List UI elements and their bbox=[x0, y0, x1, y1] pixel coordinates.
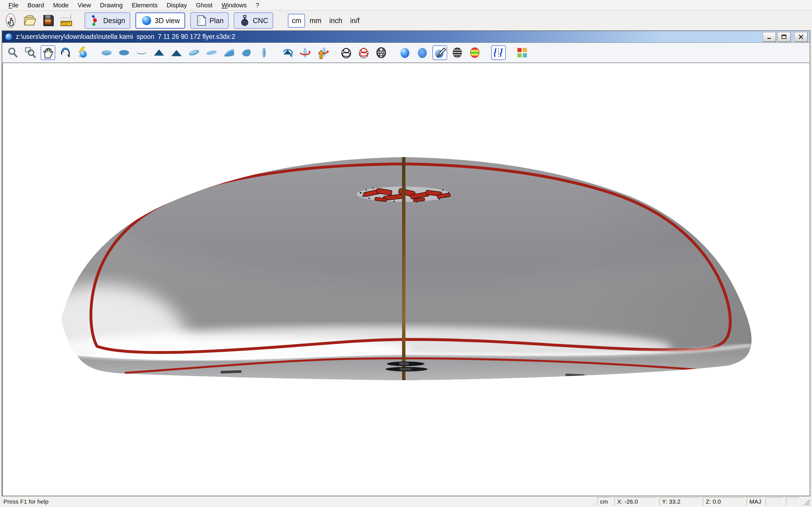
rotate-lift-icon bbox=[316, 46, 329, 59]
rotate-view-button[interactable] bbox=[58, 45, 73, 60]
view-tilted-top-button[interactable] bbox=[187, 45, 201, 60]
document-window: z:\users\dennery\downloads\nutella kami … bbox=[2, 31, 810, 496]
sphere-shiny-icon bbox=[398, 46, 411, 59]
flip-board-button[interactable] bbox=[280, 45, 295, 60]
plan-label: Plan bbox=[209, 17, 223, 25]
rotate-long-axis-button[interactable] bbox=[298, 45, 312, 60]
view-end-button[interactable] bbox=[257, 45, 271, 60]
view-rocker-button[interactable] bbox=[134, 45, 149, 60]
rotate-long-axis-icon bbox=[299, 46, 312, 59]
maximize-button[interactable] bbox=[777, 32, 791, 42]
open-file-button[interactable] bbox=[21, 12, 38, 29]
menu-board[interactable]: Board bbox=[23, 1, 49, 10]
svg-text:1 0: 1 0 bbox=[63, 22, 67, 25]
view-quarter-round-button[interactable] bbox=[239, 45, 254, 60]
stripes-button[interactable] bbox=[450, 45, 465, 60]
status-unit: cm bbox=[597, 497, 612, 506]
plan-button[interactable]: Plan bbox=[190, 12, 229, 29]
unit-mm[interactable]: mm bbox=[306, 14, 325, 27]
save-icon bbox=[41, 13, 56, 28]
status-x-coordinate: X: -26.0 bbox=[614, 497, 657, 506]
view-top-button[interactable] bbox=[99, 45, 114, 60]
status-shift-indicator: MAJ bbox=[747, 497, 763, 506]
wireframe-button[interactable] bbox=[339, 45, 354, 60]
view-section-front-button[interactable] bbox=[152, 45, 166, 60]
dimensions-button[interactable]: 1 0 bbox=[59, 12, 75, 29]
close-button[interactable] bbox=[795, 32, 808, 42]
view-section-back-button[interactable] bbox=[169, 45, 184, 60]
zoom-button[interactable] bbox=[6, 45, 20, 60]
cnc-button[interactable]: CNC bbox=[234, 12, 273, 29]
menu-file[interactable]: File bbox=[4, 1, 23, 10]
open-folder-icon bbox=[22, 13, 37, 28]
view-tilted-bottom-button[interactable] bbox=[204, 45, 219, 60]
shaded-button[interactable] bbox=[398, 45, 412, 60]
board-rocker-view-icon bbox=[135, 46, 148, 59]
mesh-button[interactable] bbox=[374, 45, 389, 60]
zoom-window-button[interactable] bbox=[23, 45, 38, 60]
cnc-label: CNC bbox=[253, 17, 268, 25]
board-bottom-view-icon bbox=[117, 46, 131, 59]
palette-button[interactable] bbox=[515, 45, 529, 60]
minimize-button[interactable] bbox=[763, 32, 776, 42]
curvature-ss-icon bbox=[492, 46, 505, 59]
wireframe-red-button[interactable] bbox=[356, 45, 371, 60]
3d-view-label: 3D view bbox=[155, 17, 180, 25]
unit-cm[interactable]: cm bbox=[288, 14, 305, 27]
menu-ghost[interactable]: Ghost bbox=[192, 1, 217, 10]
menu-view[interactable]: View bbox=[73, 1, 95, 10]
texture-paint-button[interactable] bbox=[433, 45, 447, 60]
board-top-view-icon bbox=[100, 46, 113, 59]
flip-board-icon bbox=[281, 46, 294, 59]
board-tilted-bottom-icon bbox=[205, 46, 218, 59]
cnc-mill-icon bbox=[239, 14, 251, 27]
status-y-coordinate: Y: 33.2 bbox=[659, 497, 700, 506]
menu-elements[interactable]: Elements bbox=[127, 1, 162, 10]
status-bar: Press F1 for help cm X: -26.0 Y: 33.2 Z:… bbox=[0, 496, 812, 507]
unit-inf[interactable]: in/f bbox=[347, 14, 363, 27]
wireframe-sphere-icon bbox=[340, 46, 353, 59]
document-titlebar[interactable]: z:\users\dennery\downloads\nutella kami … bbox=[2, 31, 810, 43]
menu-mode[interactable]: Mode bbox=[49, 1, 73, 10]
status-z-coordinate: Z: 0.0 bbox=[703, 497, 744, 506]
menu-drawing[interactable]: Drawing bbox=[96, 1, 128, 10]
pan-button[interactable] bbox=[41, 45, 55, 60]
resize-grip[interactable] bbox=[802, 497, 810, 506]
render-button[interactable] bbox=[75, 45, 90, 60]
shaded-flat-button[interactable] bbox=[415, 45, 430, 60]
view-bottom-button[interactable] bbox=[117, 45, 132, 60]
board-tilted-top-icon bbox=[188, 46, 200, 59]
rainbow-button[interactable] bbox=[467, 45, 482, 60]
view-quarter-button[interactable] bbox=[221, 45, 236, 60]
units-group: cm mm inch in/f bbox=[288, 14, 363, 27]
rotate-lift-button[interactable] bbox=[315, 45, 330, 60]
menu-display[interactable]: Display bbox=[162, 1, 192, 10]
sphere-3d-icon bbox=[141, 15, 153, 26]
stringer-line bbox=[402, 157, 405, 381]
curvature-button[interactable] bbox=[491, 45, 506, 60]
unit-inch[interactable]: inch bbox=[326, 14, 346, 27]
board-quarter-round-icon bbox=[240, 46, 253, 59]
sphere-rainbow-icon bbox=[468, 46, 481, 59]
new-board-button[interactable] bbox=[3, 12, 19, 29]
board-section-back-icon bbox=[170, 46, 183, 59]
board-section-front-icon bbox=[153, 46, 165, 59]
3d-view-button[interactable]: 3D view bbox=[135, 12, 185, 29]
view-toolbar bbox=[2, 43, 810, 62]
board-quarter-view-icon bbox=[222, 46, 236, 59]
viewport-3d[interactable] bbox=[2, 62, 810, 496]
render-light-icon bbox=[77, 46, 89, 59]
minimize-icon bbox=[767, 34, 772, 40]
design-button[interactable]: Design bbox=[85, 12, 130, 29]
zoom-window-icon bbox=[24, 46, 37, 59]
menu-help[interactable]: ? bbox=[251, 1, 264, 10]
menu-bar: File Board Mode View Drawing Elements Di… bbox=[0, 0, 812, 11]
design-nodes-icon bbox=[90, 14, 101, 27]
menu-windows[interactable]: Windows bbox=[217, 1, 251, 10]
pan-hand-icon bbox=[42, 46, 54, 59]
save-file-button[interactable] bbox=[40, 12, 56, 29]
surfboard-3d-render bbox=[3, 63, 809, 495]
document-title: z:\users\dennery\downloads\nutella kami … bbox=[16, 33, 235, 41]
sphere-pencil-icon bbox=[434, 46, 446, 59]
maximize-icon bbox=[781, 34, 787, 40]
